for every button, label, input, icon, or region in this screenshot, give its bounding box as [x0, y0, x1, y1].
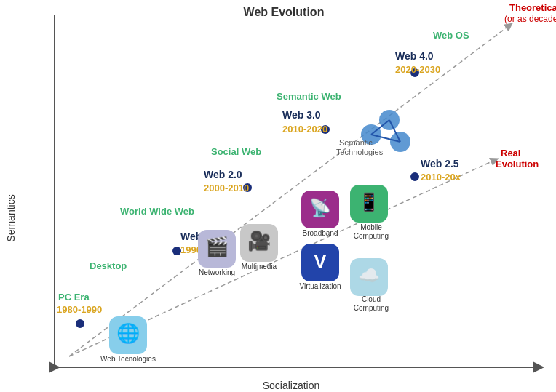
svg-text:2010-20x: 2010-20x — [421, 172, 461, 183]
svg-text:Semantic Web: Semantic Web — [277, 91, 341, 102]
chart-svg: Semantics Socialization Web Evolution Th… — [0, 0, 556, 392]
svg-text:Desktop: Desktop — [90, 260, 127, 271]
svg-text:Computing: Computing — [354, 304, 389, 312]
svg-text:1980-1990: 1980-1990 — [57, 304, 102, 315]
svg-text:Technologies: Technologies — [336, 148, 384, 156]
svg-text:2020-2030: 2020-2030 — [395, 64, 440, 75]
svg-text:Web OS: Web OS — [433, 30, 469, 41]
chart-container: Semantics Socialization Web Evolution Th… — [0, 0, 556, 392]
svg-text:2010-2020: 2010-2020 — [282, 124, 327, 135]
svg-text:Web 2.0: Web 2.0 — [204, 169, 242, 180]
svg-text:World Wide Web: World Wide Web — [120, 206, 194, 217]
svg-text:Semantics: Semantics — [5, 194, 17, 241]
svg-text:Social Web: Social Web — [211, 146, 261, 157]
svg-text:Semantic: Semantic — [339, 138, 373, 147]
svg-point-10 — [410, 172, 419, 181]
svg-text:Socialization: Socialization — [263, 380, 320, 391]
svg-text:🎥: 🎥 — [247, 229, 271, 252]
svg-text:V: V — [314, 250, 327, 272]
svg-text:Networking: Networking — [199, 268, 235, 276]
svg-text:Web Tecnologies: Web Tecnologies — [100, 355, 156, 363]
svg-text:🌐: 🌐 — [116, 321, 140, 345]
svg-text:📱: 📱 — [358, 191, 380, 212]
svg-text:☁️: ☁️ — [358, 265, 380, 286]
svg-text:Broadband: Broadband — [303, 229, 338, 237]
svg-text:Web Evolution: Web Evolution — [244, 6, 325, 18]
svg-text:Web 4.0: Web 4.0 — [395, 50, 434, 62]
svg-text:(or as decades): (or as decades) — [504, 14, 556, 24]
svg-point-5 — [76, 319, 84, 328]
svg-text:PC Era: PC Era — [58, 292, 90, 303]
svg-line-3 — [69, 25, 509, 356]
svg-text:📡: 📡 — [309, 197, 331, 218]
svg-text:Theoretical: Theoretical — [509, 2, 556, 13]
svg-text:Web 3.0: Web 3.0 — [282, 109, 321, 121]
svg-text:2000-2010: 2000-2010 — [204, 183, 249, 193]
svg-text:Real: Real — [501, 148, 520, 159]
svg-text:Evolution: Evolution — [496, 159, 539, 169]
svg-text:Web 2.5: Web 2.5 — [421, 158, 459, 169]
svg-text:Multimedia: Multimedia — [242, 263, 277, 271]
svg-text:Cloud: Cloud — [362, 295, 381, 303]
svg-text:Mobile: Mobile — [360, 223, 382, 231]
svg-text:Virtualization: Virtualization — [299, 282, 341, 290]
svg-text:🎬: 🎬 — [205, 235, 229, 258]
svg-text:Computing: Computing — [354, 232, 389, 240]
